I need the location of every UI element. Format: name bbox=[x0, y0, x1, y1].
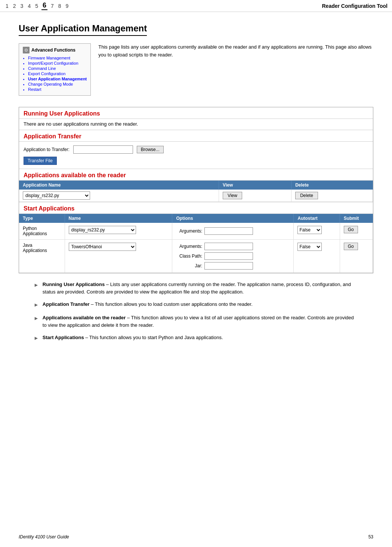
sidebar-item-user-app[interactable]: User Application Management bbox=[28, 77, 87, 81]
footer-right: 53 bbox=[368, 534, 373, 540]
nav-num-3[interactable]: 3 bbox=[19, 3, 25, 9]
col-app-name: Application Name bbox=[19, 181, 219, 190]
python-name-select[interactable]: display_rs232.py bbox=[69, 226, 136, 234]
java-go-button[interactable]: Go bbox=[344, 243, 358, 250]
bullet-arrow-1: ► bbox=[34, 281, 39, 295]
page-description: This page lists any user applications cu… bbox=[98, 43, 373, 96]
nav-num-8[interactable]: 8 bbox=[57, 3, 62, 9]
start-apps-title: Start Applications bbox=[19, 202, 373, 214]
apps-table-header-row: Application Name View Delete bbox=[19, 181, 373, 190]
app-transfer-label: Application to Transfer: bbox=[24, 147, 70, 152]
sidebar-item-export-config[interactable]: Export Configuration bbox=[28, 71, 87, 76]
col-view: View bbox=[219, 181, 291, 190]
transfer-file-button[interactable]: Transfer File bbox=[24, 157, 57, 165]
list-item-transfer: ► Application Transfer – This function a… bbox=[34, 301, 358, 309]
sidebar-nav: Advanced Functions Firmware Management I… bbox=[19, 43, 91, 96]
bullet-arrow-2: ► bbox=[34, 301, 39, 309]
footer-left: IDentity 4100 User Guide bbox=[19, 534, 69, 540]
java-arguments-input[interactable] bbox=[204, 243, 253, 250]
java-jar-line: Jar: bbox=[176, 262, 290, 270]
list-item-available: ► Applications available on the reader –… bbox=[34, 314, 358, 329]
java-row: JavaApplications TowersOfHanoi Arguments… bbox=[19, 240, 373, 273]
bullet-text-3: Applications available on the reader – T… bbox=[43, 314, 358, 329]
nav-num-6[interactable]: 6 bbox=[41, 1, 47, 10]
app-transfer-title: Application Transfer bbox=[19, 130, 373, 142]
bullet-section: ► Running User Applications – Lists any … bbox=[19, 273, 373, 355]
col-delete: Delete bbox=[291, 181, 373, 190]
sidebar-item-change-mode[interactable]: Change Operating Mode bbox=[28, 82, 87, 86]
python-options-row: Arguments: bbox=[176, 227, 290, 235]
java-autostart-cell: False True bbox=[294, 240, 340, 273]
python-arguments-label: Arguments: bbox=[176, 228, 202, 234]
running-apps-message: There are no user applications running o… bbox=[19, 119, 373, 130]
java-jar-input[interactable] bbox=[204, 262, 253, 270]
java-submit-cell: Go bbox=[340, 240, 373, 273]
start-col-name: Name bbox=[65, 214, 172, 223]
nav-num-9[interactable]: 9 bbox=[65, 3, 70, 9]
page-heading: User Application Management bbox=[19, 23, 147, 36]
java-options-cell: Arguments: Class Path: Jar: bbox=[172, 240, 294, 273]
bullet-text-1: Running User Applications – Lists any us… bbox=[43, 281, 358, 295]
java-classpath-input[interactable] bbox=[204, 252, 253, 260]
java-jar-label: Jar: bbox=[176, 263, 202, 268]
java-type-cell: JavaApplications bbox=[19, 240, 65, 273]
start-table-header-row: Type Name Options Autostart Submit bbox=[19, 214, 373, 223]
top-section: Advanced Functions Firmware Management I… bbox=[19, 43, 373, 96]
nav-num-5[interactable]: 5 bbox=[34, 3, 39, 9]
description-text: This page lists any user applications cu… bbox=[98, 44, 371, 58]
app-name-cell: display_rs232.py bbox=[19, 190, 219, 202]
java-classpath-label: Class Path: bbox=[176, 253, 202, 259]
python-go-button[interactable]: Go bbox=[344, 226, 358, 233]
main-panel: Running User Applications There are no u… bbox=[19, 107, 373, 273]
delete-button[interactable]: Delete bbox=[295, 192, 318, 199]
python-arguments-input[interactable] bbox=[204, 227, 253, 235]
sidebar-item-command-line[interactable]: Command Line bbox=[28, 66, 87, 71]
app-title: Reader Configuration Tool bbox=[322, 3, 388, 9]
app-transfer-row: Application to Transfer: Browse... bbox=[24, 145, 368, 154]
delete-cell: Delete bbox=[291, 190, 373, 202]
top-nav: 1 2 3 4 5 6 7 8 9 Reader Configuration T… bbox=[0, 0, 392, 12]
java-arguments-label: Arguments: bbox=[176, 244, 202, 249]
nav-num-4[interactable]: 4 bbox=[27, 3, 32, 9]
browse-button[interactable]: Browse... bbox=[137, 146, 164, 153]
start-col-type: Type bbox=[19, 214, 65, 223]
java-name-cell: TowersOfHanoi bbox=[65, 240, 172, 273]
bullet-text-2: Application Transfer – This function all… bbox=[43, 301, 253, 309]
nav-num-2[interactable]: 2 bbox=[12, 3, 17, 9]
app-transfer-input[interactable] bbox=[73, 145, 133, 154]
page-content: User Application Management Advanced Fun… bbox=[0, 12, 392, 374]
bullet-desc-4: – This function allows you to start Pyth… bbox=[85, 335, 223, 340]
table-row: display_rs232.py View Delete bbox=[19, 190, 373, 202]
advanced-functions-icon bbox=[23, 47, 30, 53]
view-button[interactable]: View bbox=[223, 192, 242, 199]
python-submit-cell: Go bbox=[340, 223, 373, 240]
nav-num-7[interactable]: 7 bbox=[50, 3, 55, 9]
sidebar-item-firmware[interactable]: Firmware Management bbox=[28, 56, 87, 60]
start-col-options: Options bbox=[172, 214, 294, 223]
python-type-cell: PythonApplications bbox=[19, 223, 65, 240]
nav-numbers: 1 2 3 4 5 6 7 8 9 bbox=[4, 1, 70, 10]
sidebar-item-restart[interactable]: Restart bbox=[28, 87, 87, 92]
bullet-term-3: Applications available on the reader bbox=[43, 315, 126, 320]
app-name-select[interactable]: display_rs232.py bbox=[23, 191, 90, 200]
java-name-select[interactable]: TowersOfHanoi bbox=[69, 243, 136, 251]
list-item-start: ► Start Applications – This function all… bbox=[34, 334, 358, 342]
python-autostart-cell: False True bbox=[294, 223, 340, 240]
view-cell: View bbox=[219, 190, 291, 202]
transfer-file-row: Transfer File bbox=[24, 157, 368, 165]
sidebar-item-import-export[interactable]: Import/Export Configuration bbox=[28, 61, 87, 65]
apps-available-table: Application Name View Delete display_rs2… bbox=[19, 181, 373, 202]
python-row: PythonApplications display_rs232.py Argu… bbox=[19, 223, 373, 240]
running-apps-title: Running User Applications bbox=[19, 107, 373, 119]
bullet-term-1: Running User Applications bbox=[43, 282, 105, 287]
bullet-term-4: Start Applications bbox=[43, 335, 84, 340]
bullet-arrow-4: ► bbox=[34, 334, 39, 342]
app-transfer-section: Application to Transfer: Browse... Trans… bbox=[19, 142, 373, 169]
nav-num-1[interactable]: 1 bbox=[4, 3, 10, 9]
start-col-submit: Submit bbox=[340, 214, 373, 223]
java-autostart-select[interactable]: False True bbox=[297, 243, 322, 251]
sidebar-nav-list: Firmware Management Import/Export Config… bbox=[23, 56, 87, 92]
page-footer: IDentity 4100 User Guide 53 bbox=[19, 534, 373, 540]
bullet-desc-2: – This function allows you to load custo… bbox=[91, 301, 253, 307]
python-autostart-select[interactable]: False True bbox=[297, 226, 322, 234]
